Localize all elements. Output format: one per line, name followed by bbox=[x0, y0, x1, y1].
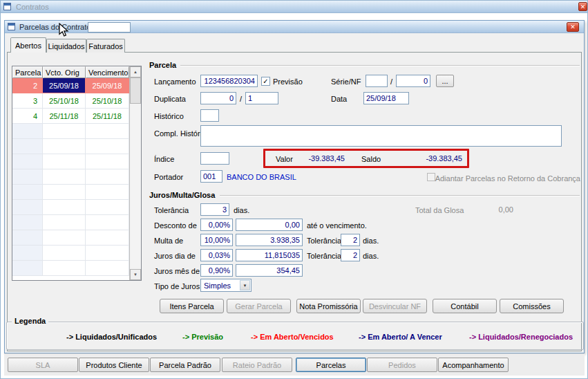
grid-row-empty[interactable] bbox=[12, 185, 141, 200]
serie-nf-label: Série/NF bbox=[331, 77, 361, 86]
pedidos-button: Pedidos bbox=[367, 358, 437, 372]
parcelas-button[interactable]: Parcelas bbox=[296, 358, 366, 372]
adiantar-label: Adiantar Parcelas no Retorno da Cobrança bbox=[435, 174, 580, 183]
nota-promissoria-button[interactable]: Nota Promissória bbox=[296, 299, 361, 313]
contabil-button[interactable]: Contábil bbox=[433, 299, 497, 313]
comissoes-button[interactable]: Comissões bbox=[500, 299, 564, 313]
grid-row-empty[interactable] bbox=[12, 124, 141, 139]
grid-header-vcto-orig[interactable]: Vcto. Orig bbox=[43, 66, 86, 78]
historico-label: Histórico bbox=[154, 111, 184, 121]
grid-row-selected[interactable]: 2 25/09/18 25/09/18 bbox=[12, 78, 141, 93]
outer-window-titlebar: Contratos bbox=[1, 1, 587, 13]
nf-field[interactable]: 0 bbox=[396, 75, 430, 87]
grid-row-empty[interactable] bbox=[12, 169, 141, 185]
legend-item: -> Em Aberto/ A Vencer bbox=[359, 333, 442, 341]
saldo-label: Saldo bbox=[361, 154, 381, 164]
juros-dia-value-field[interactable]: 11,815035 bbox=[236, 249, 303, 261]
legend-item: -> Previsão bbox=[182, 333, 223, 341]
group-divider bbox=[220, 195, 580, 196]
grid-row-empty[interactable] bbox=[12, 261, 141, 276]
produtos-cliente-button[interactable]: Produtos Cliente bbox=[79, 358, 149, 372]
juros-group-title: Juros/Multa/Glosa bbox=[149, 191, 215, 199]
itens-parcela-button[interactable]: Itens Parcela bbox=[160, 299, 224, 313]
parcela-padrao-button[interactable]: Parcela Padrão bbox=[150, 358, 220, 372]
cell-vcto-orig: 25/10/18 bbox=[43, 93, 86, 109]
tab-liquidados[interactable]: Liquidados bbox=[46, 39, 86, 53]
multa-value-field[interactable]: 3.938,35 bbox=[236, 234, 303, 246]
historico-field[interactable] bbox=[200, 109, 219, 122]
indice-field[interactable] bbox=[200, 152, 229, 165]
valor-value: -39.383,45 bbox=[298, 154, 345, 163]
grid-row-empty[interactable] bbox=[12, 200, 141, 215]
cell-vencimento: 25/10/18 bbox=[86, 93, 129, 109]
contract-number-input[interactable] bbox=[88, 22, 131, 33]
outer-close-button[interactable]: ✕ bbox=[578, 2, 587, 11]
tab-faturados[interactable]: Faturados bbox=[86, 39, 125, 53]
grid-row-empty[interactable] bbox=[12, 230, 141, 246]
cell-vencimento: 25/11/18 bbox=[86, 109, 129, 124]
previsao-label: Previsão bbox=[273, 77, 303, 86]
legend-item: -> Em Aberto/Vencidos bbox=[251, 333, 334, 341]
group-divider bbox=[180, 65, 580, 66]
juros-mes-value-field[interactable]: 354,45 bbox=[236, 264, 303, 277]
indice-label: Índice bbox=[154, 154, 174, 164]
lancamento-field[interactable]: 123456820304 bbox=[200, 75, 258, 87]
legend-title: Legenda bbox=[12, 317, 48, 325]
desconto-suffix: até o vencimento. bbox=[307, 221, 367, 230]
juros-dia-suffix: dias. bbox=[363, 251, 379, 261]
scroll-up-button[interactable]: ▲ bbox=[130, 66, 141, 77]
window-icon bbox=[8, 23, 15, 30]
acompanhamento-button[interactable]: Acompanhamento bbox=[438, 358, 509, 372]
duplicata-seq-field[interactable]: 1 bbox=[245, 92, 278, 104]
grid-row-empty[interactable] bbox=[12, 215, 141, 230]
grid-row[interactable]: 4 25/11/18 25/11/18 bbox=[12, 109, 141, 124]
duplicata-field[interactable]: 0 bbox=[200, 92, 236, 104]
rateio-padrao-button: Rateio Padrão bbox=[222, 358, 292, 372]
juros-mes-percent-field[interactable]: 0,90% bbox=[200, 264, 233, 277]
arrow-up-icon: ▲ bbox=[133, 70, 137, 74]
compl-historico-field[interactable] bbox=[200, 125, 562, 147]
tipo-juros-select[interactable]: Simples ▼ bbox=[200, 279, 252, 292]
juros-dia-percent-field[interactable]: 0,03% bbox=[200, 249, 233, 261]
previsao-checkbox[interactable]: ✓ bbox=[261, 77, 270, 86]
sla-button: SLA bbox=[8, 358, 78, 372]
scroll-thumb[interactable] bbox=[130, 77, 141, 104]
data-field[interactable]: 25/09/18 bbox=[363, 92, 409, 104]
cell-vcto-orig: 25/11/18 bbox=[43, 109, 86, 124]
desconto-percent-field[interactable]: 0,00% bbox=[200, 219, 233, 231]
serie-field[interactable] bbox=[366, 75, 388, 87]
portador-code-field[interactable]: 001 bbox=[200, 170, 222, 183]
scroll-down-button[interactable]: ▼ bbox=[130, 269, 141, 280]
cell-parcela: 2 bbox=[12, 78, 43, 93]
nf-browse-button[interactable]: ... bbox=[436, 75, 454, 87]
grid-row-empty[interactable] bbox=[12, 154, 141, 169]
grid-header-vencimento[interactable]: Vencimento bbox=[86, 66, 129, 78]
mouse-cursor bbox=[59, 23, 70, 38]
parcelas-grid: Parcela Vcto. Orig Vencimento 2 25/09/18… bbox=[12, 66, 142, 281]
multa-label: Multa de bbox=[154, 236, 183, 246]
total-glosa-value: 0,00 bbox=[457, 205, 513, 214]
portador-name: BANCO DO BRASIL bbox=[227, 172, 296, 182]
tipo-juros-label: Tipo de Juros bbox=[154, 281, 200, 291]
juros-dia-tolerancia-field[interactable]: 2 bbox=[341, 249, 360, 261]
multa-tolerancia-label: Tolerância bbox=[307, 236, 341, 246]
grid-scrollbar[interactable]: ▲ ▼ bbox=[129, 66, 141, 280]
multa-tolerancia-field[interactable]: 2 bbox=[341, 234, 360, 246]
juros-mes-label: Juros mês de bbox=[154, 266, 200, 276]
legend-item: -> Liquidados/Unificados bbox=[66, 333, 157, 341]
multa-percent-field[interactable]: 10,00% bbox=[200, 234, 233, 246]
multa-suffix: dias. bbox=[363, 236, 379, 246]
gerar-parcela-button: Gerar Parcela bbox=[227, 299, 291, 313]
tab-abertos[interactable]: Abertos bbox=[10, 37, 46, 53]
desconto-value-field[interactable]: 0,00 bbox=[236, 219, 303, 231]
tolerancia-suffix: dias. bbox=[234, 205, 249, 215]
duplicata-label: Duplicata bbox=[154, 94, 186, 104]
grid-header-parcela[interactable]: Parcela bbox=[12, 66, 43, 78]
grid-row[interactable]: 3 25/10/18 25/10/18 bbox=[12, 93, 141, 109]
inner-close-button[interactable]: ✕ bbox=[567, 22, 579, 32]
grid-row-empty[interactable] bbox=[12, 139, 141, 154]
tolerancia-field[interactable]: 3 bbox=[200, 203, 229, 216]
cell-vencimento: 25/09/18 bbox=[86, 78, 129, 93]
cell-parcela: 4 bbox=[12, 109, 43, 124]
grid-row-empty[interactable] bbox=[12, 246, 141, 261]
